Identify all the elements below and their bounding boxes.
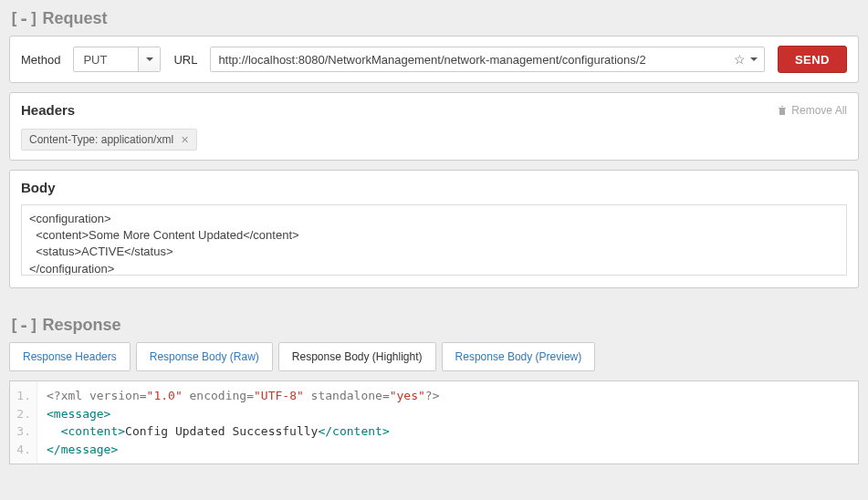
body-panel: Body	[9, 170, 859, 288]
headers-title: Headers	[21, 102, 75, 118]
chevron-down-icon[interactable]	[138, 47, 160, 71]
tab-response-body-highlight[interactable]: Response Body (Highlight)	[278, 342, 436, 371]
response-section-header: [-] Response	[0, 307, 868, 342]
close-icon[interactable]: ✕	[181, 134, 189, 146]
method-label: Method	[21, 53, 60, 67]
send-button[interactable]: SEND	[778, 46, 847, 73]
method-select[interactable]: PUT	[73, 47, 161, 72]
request-line-panel: Method PUT URL ☆ SEND	[9, 36, 859, 83]
header-tag-text: Content-Type: application/xml	[29, 133, 173, 146]
star-icon[interactable]: ☆	[734, 52, 746, 67]
body-title: Body	[21, 180, 847, 195]
collapse-toggle-icon[interactable]: [-]	[9, 9, 39, 28]
code-line: <content>Config Updated Successfully</co…	[47, 422, 440, 441]
url-actions: ☆	[728, 52, 764, 67]
line-gutter: 1.2.3.4.	[10, 381, 37, 464]
tab-response-body-raw[interactable]: Response Body (Raw)	[136, 342, 273, 371]
remove-all-button[interactable]: Remove All	[777, 104, 847, 117]
url-input-wrap: ☆	[210, 47, 764, 72]
method-value: PUT	[74, 53, 138, 67]
response-title: Response	[43, 316, 121, 335]
request-title: Request	[43, 9, 108, 28]
url-input[interactable]	[211, 47, 727, 71]
chevron-down-icon[interactable]	[749, 52, 758, 67]
request-section-header: [-] Request	[0, 0, 868, 36]
collapse-toggle-icon[interactable]: [-]	[9, 316, 39, 335]
code-area: <?xml version="1.0" encoding="UTF-8" sta…	[37, 381, 449, 464]
url-label: URL	[173, 53, 197, 67]
tab-response-headers[interactable]: Response Headers	[9, 342, 131, 371]
tab-response-body-preview[interactable]: Response Body (Preview)	[442, 342, 596, 371]
response-code-panel: 1.2.3.4. <?xml version="1.0" encoding="U…	[9, 380, 859, 464]
headers-panel: Headers Remove All Content-Type: applica…	[9, 92, 859, 161]
response-tabs: Response Headers Response Body (Raw) Res…	[9, 342, 859, 371]
trash-icon	[777, 105, 788, 116]
code-line: <message>	[47, 405, 440, 423]
code-line: </message>	[47, 441, 440, 459]
header-tag[interactable]: Content-Type: application/xml ✕	[21, 129, 197, 151]
body-textarea[interactable]	[21, 204, 847, 276]
remove-all-label: Remove All	[791, 104, 847, 117]
code-line: <?xml version="1.0" encoding="UTF-8" sta…	[47, 387, 440, 405]
